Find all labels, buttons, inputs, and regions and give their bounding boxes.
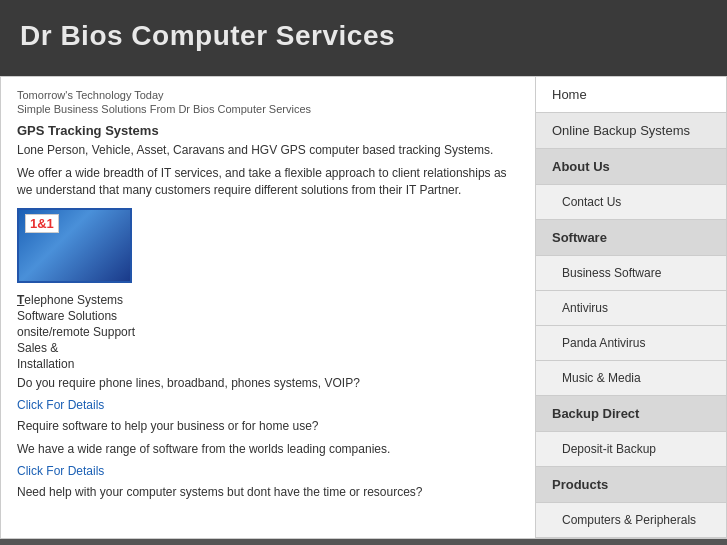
main-layout: Tomorrow's Technology Today Simple Busin… bbox=[0, 76, 727, 539]
sidebar-item-computers-peripherals[interactable]: Computers & Peripherals bbox=[536, 503, 726, 538]
wide-range-text: We have a wide range of software from th… bbox=[17, 441, 519, 458]
gps-heading: GPS Tracking Systems bbox=[17, 123, 519, 138]
main-content-area: Tomorrow's Technology Today Simple Busin… bbox=[1, 77, 536, 538]
list-item-sales: Sales & bbox=[17, 341, 519, 355]
software-question: Require software to help your business o… bbox=[17, 418, 519, 435]
sidebar-item-music-media[interactable]: Music & Media bbox=[536, 361, 726, 396]
offer-text: We offer a wide breadth of IT services, … bbox=[17, 165, 519, 199]
sidebar-item-home[interactable]: Home bbox=[536, 77, 726, 113]
sidebar-item-panda-antivirus[interactable]: Panda Antivirus bbox=[536, 326, 726, 361]
services-list: Telephone Systems Software Solutions ons… bbox=[17, 293, 519, 371]
list-item-software: Software Solutions bbox=[17, 309, 519, 323]
sidebar-item-antivirus[interactable]: Antivirus bbox=[536, 291, 726, 326]
tagline-2: Simple Business Solutions From Dr Bios C… bbox=[17, 103, 519, 115]
list-item-installation: Installation bbox=[17, 357, 519, 371]
sidebar-item-backup-direct[interactable]: Backup Direct bbox=[536, 396, 726, 432]
sidebar-item-products[interactable]: Products bbox=[536, 467, 726, 503]
banner-label: 1&1 bbox=[25, 214, 59, 233]
click-details-1[interactable]: Click For Details bbox=[17, 398, 519, 412]
list-item-telephone: Telephone Systems bbox=[17, 293, 519, 307]
site-header: Dr Bios Computer Services bbox=[0, 0, 727, 76]
tagline-1: Tomorrow's Technology Today bbox=[17, 89, 519, 101]
phone-question: Do you require phone lines, broadband, p… bbox=[17, 375, 519, 392]
gps-description: Lone Person, Vehicle, Asset, Caravans an… bbox=[17, 142, 519, 159]
sidebar-item-contact-us[interactable]: Contact Us bbox=[536, 185, 726, 220]
sidebar-item-online-backup-systems[interactable]: Online Backup Systems bbox=[536, 113, 726, 149]
site-title: Dr Bios Computer Services bbox=[20, 20, 707, 52]
click-details-2[interactable]: Click For Details bbox=[17, 464, 519, 478]
need-help-text: Need help with your computer systems but… bbox=[17, 484, 519, 501]
sidebar-item-business-software[interactable]: Business Software bbox=[536, 256, 726, 291]
banner-image: 1&1 bbox=[17, 208, 132, 283]
list-item-onsite: onsite/remote Support bbox=[17, 325, 519, 339]
sidebar-nav: Home Online Backup Systems About Us Cont… bbox=[536, 77, 726, 538]
sidebar-item-deposit-it-backup[interactable]: Deposit-it Backup bbox=[536, 432, 726, 467]
sidebar-item-about-us[interactable]: About Us bbox=[536, 149, 726, 185]
sidebar-item-software[interactable]: Software bbox=[536, 220, 726, 256]
